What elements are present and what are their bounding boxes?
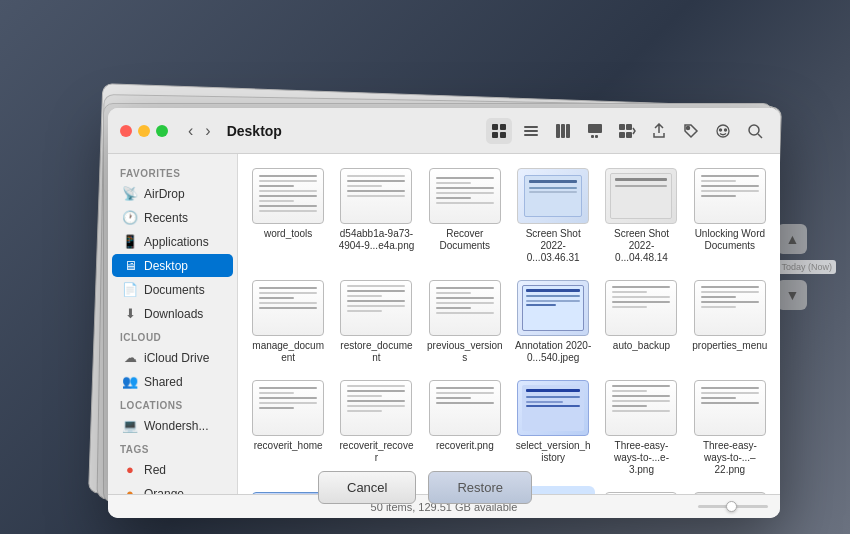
file-label: recoverit_home (254, 440, 323, 452)
sidebar-item-label: AirDrop (144, 187, 185, 201)
shared-icon: 👥 (122, 374, 138, 389)
sidebar-item-tag-red[interactable]: ● Red (112, 458, 233, 481)
minimize-button[interactable] (138, 125, 150, 137)
file-item-previous-versions[interactable]: previous_versions (423, 274, 507, 370)
file-item-screenshot1[interactable]: Screen Shot 2022-0...03.46.31 (511, 162, 595, 270)
file-thumb (340, 380, 412, 436)
face-button[interactable] (710, 118, 736, 144)
sidebar-item-airdrop[interactable]: 📡 AirDrop (112, 182, 233, 205)
toolbar-icons (486, 118, 768, 144)
forward-button[interactable]: › (201, 120, 214, 142)
file-item-select-version[interactable]: select_version_history (511, 374, 595, 482)
sidebar-item-icloud-drive[interactable]: ☁ iCloud Drive (112, 346, 233, 369)
sidebar-item-applications[interactable]: 📱 Applications (112, 230, 233, 253)
downloads-icon: ⬇ (122, 306, 138, 321)
file-item-restore-document[interactable]: restore_document (334, 274, 418, 370)
sidebar-item-desktop[interactable]: 🖥 Desktop (112, 254, 233, 277)
file-item-three-easy-22[interactable]: Three-easy-ways-to-...–22.png (688, 374, 772, 482)
restore-button[interactable]: Restore (428, 471, 532, 504)
file-thumb (605, 280, 677, 336)
sidebar: Favorites 📡 AirDrop 🕐 Recents 📱 Applicat… (108, 154, 238, 494)
sidebar-item-wondersh[interactable]: 💻 Wondersh... (112, 414, 233, 437)
tag-button[interactable] (678, 118, 704, 144)
toolbar: ‹ › Desktop (108, 108, 780, 154)
file-thumb (429, 380, 501, 436)
file-item-d54abb[interactable]: d54abb1a-9a73-4904-9...e4a.png (334, 162, 418, 270)
maximize-button[interactable] (156, 125, 168, 137)
file-item-recoverit-recover[interactable]: recoverit_recover (334, 374, 418, 482)
group-button[interactable] (614, 118, 640, 144)
file-item-annotation[interactable]: Annotation 2020-0...540.jpeg (511, 274, 595, 370)
locations-section-label: Locations (108, 394, 237, 413)
sidebar-item-label: Desktop (144, 259, 188, 273)
file-item-recoverit-png[interactable]: recoverit.png (423, 374, 507, 482)
sidebar-item-documents[interactable]: 📄 Documents (112, 278, 233, 301)
grid-view-button[interactable] (486, 118, 512, 144)
file-item-auto-backup[interactable]: auto_backup (599, 274, 683, 370)
file-item-word-tools[interactable]: word_tools (246, 162, 330, 270)
airdrop-icon: 📡 (122, 186, 138, 201)
close-button[interactable] (120, 125, 132, 137)
file-label: recoverit_recover (338, 440, 414, 464)
svg-line-22 (758, 134, 762, 138)
svg-rect-15 (619, 132, 625, 138)
list-view-button[interactable] (518, 118, 544, 144)
gallery-view-button[interactable] (582, 118, 608, 144)
notif-down-button[interactable]: ▼ (777, 280, 807, 310)
file-item-recover-docs[interactable]: Recover Documents (423, 162, 507, 270)
cancel-button[interactable]: Cancel (318, 471, 416, 504)
file-item-three-easy-3[interactable]: Three-easy-ways-to-...e-3.png (599, 374, 683, 482)
recents-icon: 🕐 (122, 210, 138, 225)
column-view-button[interactable] (550, 118, 576, 144)
file-item-screenshot2[interactable]: Screen Shot 2022-0...04.48.14 (599, 162, 683, 270)
file-label: properties_menu (692, 340, 767, 352)
svg-rect-3 (500, 132, 506, 138)
back-button[interactable]: ‹ (184, 120, 197, 142)
zoom-slider[interactable] (698, 505, 768, 508)
file-thumb (694, 280, 766, 336)
sidebar-item-recents[interactable]: 🕐 Recents (112, 206, 233, 229)
file-label: select_version_history (515, 440, 591, 464)
file-thumb (605, 168, 677, 224)
svg-rect-14 (626, 124, 632, 130)
notif-up-button[interactable]: ▲ (777, 224, 807, 254)
file-thumb (429, 168, 501, 224)
file-label: d54abb1a-9a73-4904-9...e4a.png (338, 228, 414, 252)
file-item-finder-gotofolder[interactable]: finder_gotofolder (688, 486, 772, 494)
tags-section-label: Tags (108, 438, 237, 457)
file-thumb (517, 380, 589, 436)
svg-rect-5 (524, 130, 538, 132)
file-item-version-history-mac[interactable]: version_history_mac (599, 486, 683, 494)
svg-rect-0 (492, 124, 498, 130)
icloud-icon: ☁ (122, 350, 138, 365)
share-button[interactable] (646, 118, 672, 144)
file-label: Three-easy-ways-to-...e-3.png (603, 440, 679, 476)
sidebar-item-label: Wondersh... (144, 419, 208, 433)
svg-rect-2 (492, 132, 498, 138)
file-label: auto_backup (613, 340, 670, 352)
sidebar-item-downloads[interactable]: ⬇ Downloads (112, 302, 233, 325)
file-thumb (340, 168, 412, 224)
file-item-unlocking-word[interactable]: Unlocking Word Documents (688, 162, 772, 270)
file-item-manage-document[interactable]: manage_document (246, 274, 330, 370)
orange-tag-icon: ● (122, 486, 138, 494)
file-thumb (340, 280, 412, 336)
file-item-recoverit-home[interactable]: recoverit_home (246, 374, 330, 482)
traffic-lights (120, 125, 168, 137)
file-item-properties-menu[interactable]: properties_menu (688, 274, 772, 370)
file-thumb (694, 168, 766, 224)
sidebar-item-tag-orange[interactable]: ● Orange (112, 482, 233, 494)
bottom-bar: Cancel Restore (318, 471, 532, 504)
svg-rect-12 (595, 135, 598, 138)
search-button[interactable] (742, 118, 768, 144)
sidebar-item-shared[interactable]: 👥 Shared (112, 370, 233, 393)
svg-point-20 (725, 129, 727, 131)
sidebar-item-label: iCloud Drive (144, 351, 209, 365)
file-label: restore_document (338, 340, 414, 364)
content-area: Favorites 📡 AirDrop 🕐 Recents 📱 Applicat… (108, 154, 780, 494)
file-label: manage_document (250, 340, 326, 364)
sidebar-item-label: Recents (144, 211, 188, 225)
svg-point-17 (687, 126, 690, 129)
nav-buttons: ‹ › (184, 120, 215, 142)
file-grid-container: word_tools d54abb1a-9a73-4904-9...e4a.pn… (238, 154, 780, 494)
